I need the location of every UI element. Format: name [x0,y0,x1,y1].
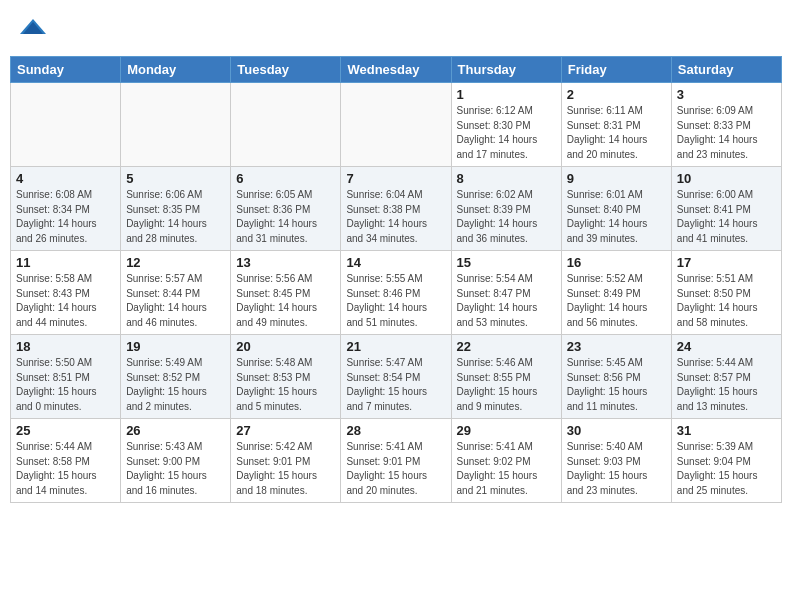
day-number: 19 [126,339,225,354]
calendar-day-cell: 30Sunrise: 5:40 AM Sunset: 9:03 PM Dayli… [561,419,671,503]
day-of-week-header: Tuesday [231,57,341,83]
day-info: Sunrise: 6:00 AM Sunset: 8:41 PM Dayligh… [677,188,776,246]
logo-icon [18,14,48,44]
day-info: Sunrise: 5:55 AM Sunset: 8:46 PM Dayligh… [346,272,445,330]
calendar-day-cell: 4Sunrise: 6:08 AM Sunset: 8:34 PM Daylig… [11,167,121,251]
day-info: Sunrise: 5:52 AM Sunset: 8:49 PM Dayligh… [567,272,666,330]
day-number: 27 [236,423,335,438]
calendar-day-cell: 29Sunrise: 5:41 AM Sunset: 9:02 PM Dayli… [451,419,561,503]
day-number: 9 [567,171,666,186]
day-info: Sunrise: 6:12 AM Sunset: 8:30 PM Dayligh… [457,104,556,162]
day-number: 13 [236,255,335,270]
calendar-day-cell: 5Sunrise: 6:06 AM Sunset: 8:35 PM Daylig… [121,167,231,251]
day-number: 29 [457,423,556,438]
day-info: Sunrise: 6:11 AM Sunset: 8:31 PM Dayligh… [567,104,666,162]
day-number: 30 [567,423,666,438]
day-number: 3 [677,87,776,102]
day-info: Sunrise: 5:57 AM Sunset: 8:44 PM Dayligh… [126,272,225,330]
day-info: Sunrise: 5:39 AM Sunset: 9:04 PM Dayligh… [677,440,776,498]
day-info: Sunrise: 5:40 AM Sunset: 9:03 PM Dayligh… [567,440,666,498]
day-number: 12 [126,255,225,270]
calendar-day-cell [121,83,231,167]
day-info: Sunrise: 5:41 AM Sunset: 9:02 PM Dayligh… [457,440,556,498]
day-info: Sunrise: 6:05 AM Sunset: 8:36 PM Dayligh… [236,188,335,246]
calendar-day-cell: 8Sunrise: 6:02 AM Sunset: 8:39 PM Daylig… [451,167,561,251]
day-number: 16 [567,255,666,270]
day-of-week-header: Saturday [671,57,781,83]
page-header [10,10,782,48]
day-number: 11 [16,255,115,270]
calendar-day-cell: 7Sunrise: 6:04 AM Sunset: 8:38 PM Daylig… [341,167,451,251]
day-of-week-header: Thursday [451,57,561,83]
day-number: 6 [236,171,335,186]
day-info: Sunrise: 6:08 AM Sunset: 8:34 PM Dayligh… [16,188,115,246]
day-number: 17 [677,255,776,270]
calendar-day-cell: 26Sunrise: 5:43 AM Sunset: 9:00 PM Dayli… [121,419,231,503]
day-number: 7 [346,171,445,186]
logo [18,14,50,44]
calendar-day-cell: 21Sunrise: 5:47 AM Sunset: 8:54 PM Dayli… [341,335,451,419]
day-number: 22 [457,339,556,354]
calendar-day-cell: 27Sunrise: 5:42 AM Sunset: 9:01 PM Dayli… [231,419,341,503]
calendar-day-cell: 18Sunrise: 5:50 AM Sunset: 8:51 PM Dayli… [11,335,121,419]
day-number: 10 [677,171,776,186]
calendar-day-cell [341,83,451,167]
calendar-week-row: 11Sunrise: 5:58 AM Sunset: 8:43 PM Dayli… [11,251,782,335]
day-info: Sunrise: 5:51 AM Sunset: 8:50 PM Dayligh… [677,272,776,330]
day-info: Sunrise: 5:50 AM Sunset: 8:51 PM Dayligh… [16,356,115,414]
calendar-day-cell: 9Sunrise: 6:01 AM Sunset: 8:40 PM Daylig… [561,167,671,251]
calendar-day-cell: 14Sunrise: 5:55 AM Sunset: 8:46 PM Dayli… [341,251,451,335]
day-info: Sunrise: 6:02 AM Sunset: 8:39 PM Dayligh… [457,188,556,246]
day-info: Sunrise: 6:04 AM Sunset: 8:38 PM Dayligh… [346,188,445,246]
day-info: Sunrise: 5:43 AM Sunset: 9:00 PM Dayligh… [126,440,225,498]
calendar-day-cell [231,83,341,167]
calendar-week-row: 1Sunrise: 6:12 AM Sunset: 8:30 PM Daylig… [11,83,782,167]
calendar-day-cell [11,83,121,167]
calendar-day-cell: 16Sunrise: 5:52 AM Sunset: 8:49 PM Dayli… [561,251,671,335]
day-info: Sunrise: 5:45 AM Sunset: 8:56 PM Dayligh… [567,356,666,414]
calendar-day-cell: 2Sunrise: 6:11 AM Sunset: 8:31 PM Daylig… [561,83,671,167]
calendar-day-cell: 11Sunrise: 5:58 AM Sunset: 8:43 PM Dayli… [11,251,121,335]
day-of-week-header: Monday [121,57,231,83]
calendar-day-cell: 12Sunrise: 5:57 AM Sunset: 8:44 PM Dayli… [121,251,231,335]
calendar-day-cell: 20Sunrise: 5:48 AM Sunset: 8:53 PM Dayli… [231,335,341,419]
day-of-week-header: Sunday [11,57,121,83]
calendar-week-row: 25Sunrise: 5:44 AM Sunset: 8:58 PM Dayli… [11,419,782,503]
calendar-day-cell: 31Sunrise: 5:39 AM Sunset: 9:04 PM Dayli… [671,419,781,503]
calendar-day-cell: 13Sunrise: 5:56 AM Sunset: 8:45 PM Dayli… [231,251,341,335]
day-info: Sunrise: 5:54 AM Sunset: 8:47 PM Dayligh… [457,272,556,330]
day-number: 31 [677,423,776,438]
day-info: Sunrise: 5:42 AM Sunset: 9:01 PM Dayligh… [236,440,335,498]
calendar-day-cell: 23Sunrise: 5:45 AM Sunset: 8:56 PM Dayli… [561,335,671,419]
day-info: Sunrise: 5:47 AM Sunset: 8:54 PM Dayligh… [346,356,445,414]
day-info: Sunrise: 6:06 AM Sunset: 8:35 PM Dayligh… [126,188,225,246]
day-info: Sunrise: 5:56 AM Sunset: 8:45 PM Dayligh… [236,272,335,330]
calendar-week-row: 4Sunrise: 6:08 AM Sunset: 8:34 PM Daylig… [11,167,782,251]
day-number: 5 [126,171,225,186]
day-info: Sunrise: 6:01 AM Sunset: 8:40 PM Dayligh… [567,188,666,246]
day-info: Sunrise: 5:44 AM Sunset: 8:58 PM Dayligh… [16,440,115,498]
day-info: Sunrise: 5:41 AM Sunset: 9:01 PM Dayligh… [346,440,445,498]
day-number: 21 [346,339,445,354]
day-number: 1 [457,87,556,102]
calendar-day-cell: 19Sunrise: 5:49 AM Sunset: 8:52 PM Dayli… [121,335,231,419]
calendar-day-cell: 22Sunrise: 5:46 AM Sunset: 8:55 PM Dayli… [451,335,561,419]
day-number: 26 [126,423,225,438]
day-number: 4 [16,171,115,186]
day-info: Sunrise: 5:46 AM Sunset: 8:55 PM Dayligh… [457,356,556,414]
calendar-day-cell: 28Sunrise: 5:41 AM Sunset: 9:01 PM Dayli… [341,419,451,503]
calendar-day-cell: 17Sunrise: 5:51 AM Sunset: 8:50 PM Dayli… [671,251,781,335]
calendar-day-cell: 6Sunrise: 6:05 AM Sunset: 8:36 PM Daylig… [231,167,341,251]
day-info: Sunrise: 5:49 AM Sunset: 8:52 PM Dayligh… [126,356,225,414]
calendar-header-row: SundayMondayTuesdayWednesdayThursdayFrid… [11,57,782,83]
day-of-week-header: Wednesday [341,57,451,83]
calendar-day-cell: 1Sunrise: 6:12 AM Sunset: 8:30 PM Daylig… [451,83,561,167]
day-info: Sunrise: 5:44 AM Sunset: 8:57 PM Dayligh… [677,356,776,414]
day-number: 2 [567,87,666,102]
day-number: 15 [457,255,556,270]
calendar-table: SundayMondayTuesdayWednesdayThursdayFrid… [10,56,782,503]
day-number: 23 [567,339,666,354]
calendar-day-cell: 25Sunrise: 5:44 AM Sunset: 8:58 PM Dayli… [11,419,121,503]
calendar-week-row: 18Sunrise: 5:50 AM Sunset: 8:51 PM Dayli… [11,335,782,419]
day-number: 24 [677,339,776,354]
